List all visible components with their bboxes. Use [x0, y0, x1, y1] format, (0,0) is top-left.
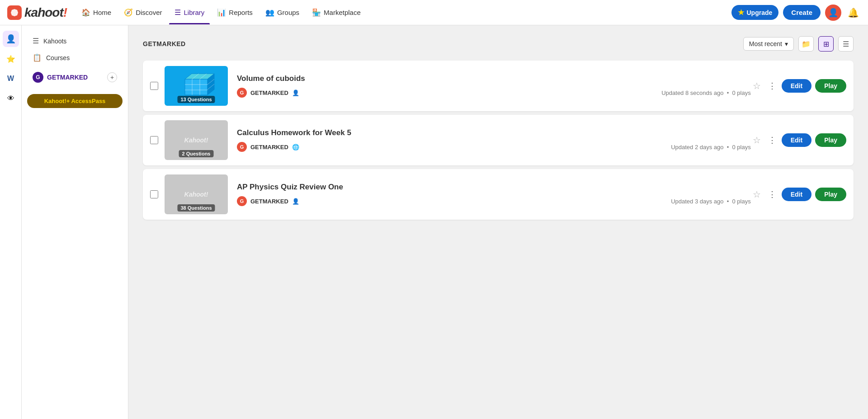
sidebar-item-courses[interactable]: 📋 Courses	[27, 49, 123, 66]
card-actions-1: ☆ ⋮ Edit Play	[751, 79, 846, 93]
table-row: Kahoot! 2 Questions Calculus Homework fo…	[143, 115, 854, 165]
upgrade-label: Upgrade	[747, 9, 773, 16]
share-icon-1: 👤	[292, 89, 299, 96]
user-avatar-button[interactable]: 👤	[825, 5, 841, 21]
card-title-2: Calculus Homework for Week 5	[237, 128, 751, 137]
discover-icon: 🧭	[124, 8, 133, 17]
card-meta-1: G GETMARKED 👤 Updated 8 seconds ago • 0 …	[237, 88, 751, 98]
card-checkbox-1[interactable]	[150, 82, 158, 90]
word-icon: W	[7, 75, 14, 83]
sidebar-nav: ☰ Kahoots 📋 Courses G GETMARKED +	[22, 33, 128, 87]
nav-marketplace-label: Marketplace	[324, 9, 361, 16]
folder-icon: 📁	[802, 40, 811, 48]
sidebar-item-kahoots[interactable]: ☰ Kahoots	[27, 33, 123, 49]
nav-right: ★ Upgrade Create 👤 🔔	[731, 5, 861, 21]
plays-count-2: 0 plays	[732, 144, 751, 151]
left-icon-strip: 👤 ⭐ W 👁	[0, 25, 22, 419]
updated-info-1: Updated 8 seconds ago • 0 plays	[661, 89, 751, 96]
card-checkbox-3[interactable]	[150, 190, 158, 198]
list-view-button[interactable]: ☰	[838, 36, 854, 52]
reports-icon: 📊	[217, 8, 226, 17]
updated-info-2: Updated 2 days ago • 0 plays	[671, 144, 751, 151]
nav-home[interactable]: 🏠 Home	[76, 5, 117, 20]
bell-icon: 🔔	[848, 8, 859, 18]
more-options-button-3[interactable]: ⋮	[766, 188, 778, 201]
updated-text-2: Updated 2 days ago	[671, 144, 723, 151]
create-button[interactable]: Create	[783, 5, 821, 20]
sidebar: ☰ Kahoots 📋 Courses G GETMARKED + Kahoot…	[22, 25, 128, 419]
folder-view-button[interactable]: 📁	[798, 36, 814, 52]
main-layout: 👤 ⭐ W 👁 ☰ Kahoots 📋 Courses G GETMARKED	[0, 25, 868, 419]
play-button-3[interactable]: Play	[815, 188, 846, 201]
courses-icon: 📋	[33, 53, 42, 62]
upgrade-button[interactable]: ★ Upgrade	[731, 5, 779, 20]
play-button-2[interactable]: Play	[815, 133, 846, 147]
star-icon-btn[interactable]: ⭐	[3, 51, 19, 67]
table-row: Kahoot! 38 Questions AP Physics Quiz Rev…	[143, 169, 854, 220]
eye-icon-btn[interactable]: 👁	[3, 90, 19, 107]
group-name-label: GETMARKED	[47, 74, 88, 81]
card-title-1: Volume of cuboids	[237, 74, 751, 83]
notifications-button[interactable]: 🔔	[846, 5, 861, 20]
sort-dropdown[interactable]: Most recent ▾	[743, 37, 794, 51]
share-icon-3: 👤	[292, 198, 299, 205]
sidebar-add-button[interactable]: +	[107, 72, 117, 82]
plays-count-3: 0 plays	[732, 198, 751, 205]
logo-icon	[7, 5, 22, 20]
edit-button-2[interactable]: Edit	[782, 133, 811, 147]
card-actions-3: ☆ ⋮ Edit Play	[751, 187, 846, 202]
author-name-3: GETMARKED	[250, 198, 288, 205]
favorite-button-3[interactable]: ☆	[751, 187, 763, 202]
profile-icon-btn[interactable]: 👤	[3, 31, 19, 47]
content-area: GETMARKED Most recent ▾ 📁 ⊞ ☰	[128, 25, 868, 419]
card-checkbox-2[interactable]	[150, 136, 158, 144]
logo[interactable]: kahoot!	[7, 5, 67, 20]
edit-button-3[interactable]: Edit	[782, 188, 811, 201]
favorite-button-2[interactable]: ☆	[751, 133, 763, 147]
nav-reports[interactable]: 📊 Reports	[212, 5, 258, 20]
share-icon-2: 🌐	[292, 144, 299, 151]
access-pass-label: Kahoot!+ AccessPass	[44, 98, 106, 104]
card-actions-2: ☆ ⋮ Edit Play	[751, 133, 846, 147]
create-label: Create	[791, 9, 812, 16]
list-icon: ☰	[843, 40, 849, 48]
nav-discover[interactable]: 🧭 Discover	[118, 5, 167, 20]
kahoot-list: 13 Questions Volume of cuboids G GETMARK…	[143, 61, 854, 223]
profile-icon: 👤	[6, 34, 16, 44]
nav-items: 🏠 Home 🧭 Discover ☰ Library 📊 Reports 👥 …	[76, 5, 731, 20]
kahoots-icon: ☰	[33, 37, 39, 45]
section-title: GETMARKED	[143, 40, 186, 47]
logo-text: kahoot!	[24, 5, 67, 20]
author-name-1: GETMARKED	[250, 89, 288, 96]
more-options-button-2[interactable]: ⋮	[766, 133, 778, 147]
nav-library[interactable]: ☰ Library	[169, 5, 210, 20]
card-title-3: AP Physics Quiz Review One	[237, 183, 751, 192]
more-options-button-1[interactable]: ⋮	[766, 79, 778, 93]
logo-exclaim: !	[63, 5, 67, 19]
grid-icon: ⊞	[823, 40, 829, 48]
thumb-logo-2: Kahoot!	[184, 137, 208, 144]
sidebar-group-getmarked[interactable]: G GETMARKED +	[27, 68, 123, 87]
groups-icon: 👥	[265, 8, 274, 17]
plays-count-1: 0 plays	[732, 89, 751, 96]
author-name-2: GETMARKED	[250, 144, 288, 151]
word-icon-btn[interactable]: W	[3, 71, 19, 87]
nav-library-label: Library	[184, 9, 204, 16]
favorite-button-1[interactable]: ☆	[751, 79, 763, 93]
nav-marketplace[interactable]: 🏪 Marketplace	[307, 5, 366, 20]
play-button-1[interactable]: Play	[815, 79, 846, 93]
questions-count-3: 38 Questions	[177, 204, 215, 212]
access-pass-button[interactable]: Kahoot!+ AccessPass	[27, 94, 123, 108]
nav-reports-label: Reports	[229, 9, 253, 16]
nav-groups-label: Groups	[277, 9, 299, 16]
grid-view-button[interactable]: ⊞	[818, 36, 834, 52]
updated-text-1: Updated 8 seconds ago	[661, 89, 723, 96]
edit-button-1[interactable]: Edit	[782, 79, 811, 93]
avatar-icon: 👤	[828, 8, 838, 18]
author-avatar-2: G	[237, 142, 247, 152]
card-info-1: Volume of cuboids G GETMARKED 👤 Updated …	[237, 74, 751, 98]
nav-groups[interactable]: 👥 Groups	[260, 5, 305, 20]
card-thumbnail-3: Kahoot! 38 Questions	[165, 174, 228, 214]
top-navigation: kahoot! 🏠 Home 🧭 Discover ☰ Library 📊 Re…	[0, 0, 868, 25]
card-meta-2: G GETMARKED 🌐 Updated 2 days ago • 0 pla…	[237, 142, 751, 152]
